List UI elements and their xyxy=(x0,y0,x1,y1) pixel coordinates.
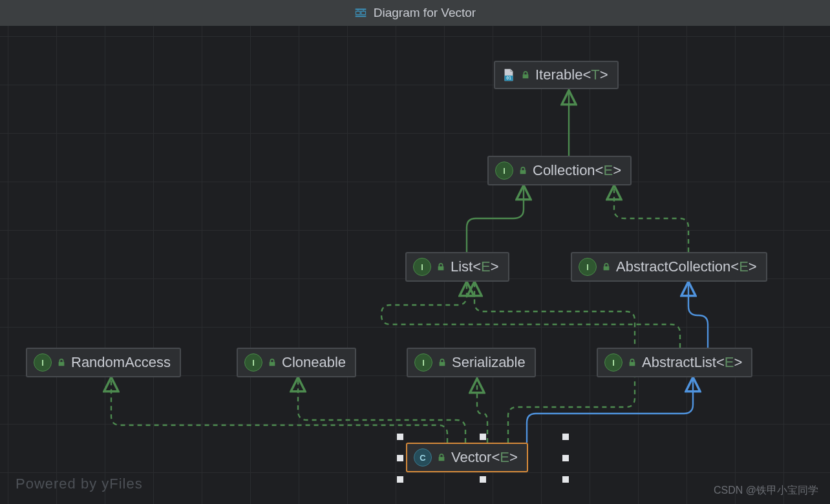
class-badge: C xyxy=(414,448,432,467)
node-abstractlist[interactable]: I AbstractList<E> xyxy=(597,348,752,377)
node-abstractcollection[interactable]: I AbstractCollection<E> xyxy=(571,252,767,282)
edge-vector-abslist xyxy=(527,379,693,443)
node-label: Serializable xyxy=(452,354,526,371)
node-label: Collection<E> xyxy=(533,162,621,179)
title-bar: Diagram for Vector xyxy=(0,0,830,26)
watermark: CSDN @铁甲小宝同学 xyxy=(714,484,818,498)
node-label: List<E> xyxy=(451,258,499,275)
lock-icon xyxy=(602,262,611,271)
diagram-canvas[interactable]: 01 Iterable<T> I Collection<E> I List<E>… xyxy=(0,26,830,504)
node-serializable[interactable]: I Serializable xyxy=(407,348,536,377)
interface-badge: I xyxy=(413,258,431,276)
interface-badge: I xyxy=(34,353,52,372)
interface-badge: I xyxy=(414,353,432,372)
node-label: Cloneable xyxy=(282,354,346,371)
lock-icon xyxy=(57,358,66,367)
svg-text:01: 01 xyxy=(506,76,511,81)
svg-rect-3 xyxy=(355,16,366,17)
node-label: Vector<E> xyxy=(451,449,518,466)
lock-icon xyxy=(268,358,277,367)
node-vector[interactable]: C Vector<E> xyxy=(406,443,528,472)
lock-icon xyxy=(628,358,637,367)
node-label: RandomAccess xyxy=(71,354,171,371)
node-label: AbstractCollection<E> xyxy=(616,258,757,275)
edge-vector-serializable xyxy=(477,380,487,443)
lock-icon xyxy=(437,453,446,462)
node-label: Iterable<T> xyxy=(535,67,608,83)
lock-icon xyxy=(521,70,530,79)
edge-list-collection xyxy=(467,187,524,252)
node-label: AbstractList<E> xyxy=(642,354,742,371)
node-iterable[interactable]: 01 Iterable<T> xyxy=(494,61,619,89)
interface-badge: I xyxy=(604,353,622,372)
node-collection[interactable]: I Collection<E> xyxy=(487,156,632,185)
node-randomaccess[interactable]: I RandomAccess xyxy=(26,348,181,377)
interface-badge: I xyxy=(495,162,513,180)
svg-rect-0 xyxy=(355,8,366,10)
node-list[interactable]: I List<E> xyxy=(405,252,509,282)
edge-vector-random xyxy=(111,379,447,443)
edge-abslist-list xyxy=(381,283,680,348)
diagram-icon xyxy=(354,6,367,19)
lock-icon xyxy=(518,166,527,175)
interface-badge: I xyxy=(579,258,597,276)
node-cloneable[interactable]: I Cloneable xyxy=(237,348,356,377)
edge-abscoll-collection xyxy=(614,187,688,252)
interface-badge: I xyxy=(244,353,262,372)
classfile-icon: 01 xyxy=(502,68,516,82)
svg-rect-2 xyxy=(361,12,366,15)
edge-abslist-abscoll xyxy=(688,283,708,348)
title-text: Diagram for Vector xyxy=(374,6,476,20)
powered-by-label: Powered by yFiles xyxy=(16,476,143,492)
lock-icon xyxy=(436,262,445,271)
edge-vector-cloneable xyxy=(298,379,465,443)
svg-rect-1 xyxy=(356,12,360,15)
lock-icon xyxy=(438,358,447,367)
